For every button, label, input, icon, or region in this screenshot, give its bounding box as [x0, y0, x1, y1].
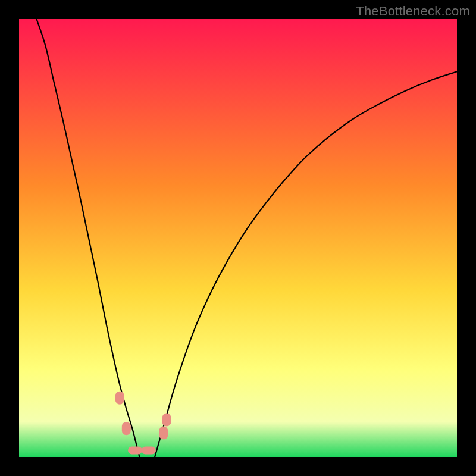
left-marker-2	[122, 422, 131, 435]
gradient-background	[19, 19, 457, 457]
bottom-marker-1	[128, 446, 142, 454]
plot-area	[19, 19, 457, 457]
right-marker-2	[162, 413, 171, 426]
chart-svg	[19, 19, 457, 457]
right-marker-1	[159, 427, 168, 440]
chart-frame: TheBottleneck.com	[0, 0, 476, 476]
bottom-marker-2	[142, 446, 156, 454]
watermark-text: TheBottleneck.com	[356, 4, 470, 19]
left-marker-1	[115, 392, 124, 405]
